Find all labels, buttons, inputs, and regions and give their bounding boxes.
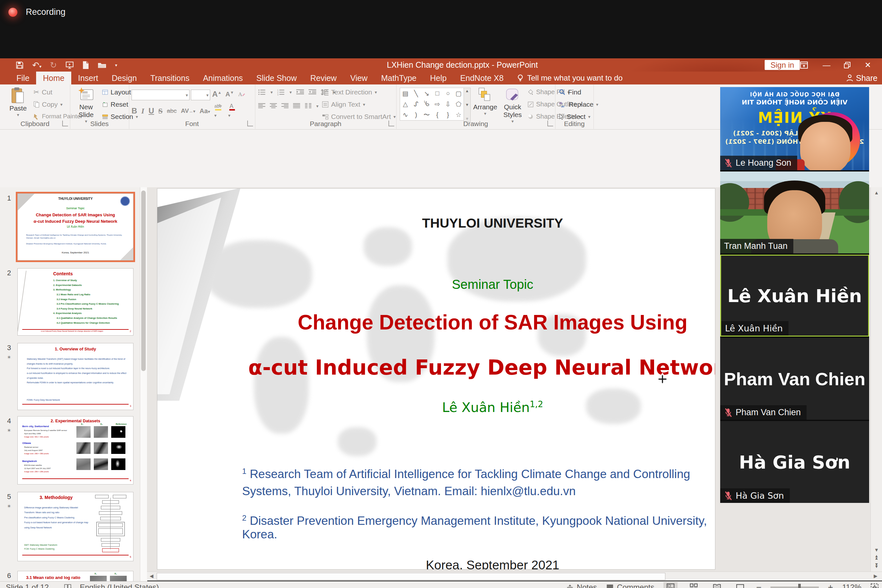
drawing-dialog-launcher[interactable] xyxy=(548,121,553,126)
current-slide[interactable]: THUYLOI UNIVERSITY Seminar Topic Change … xyxy=(157,188,716,570)
align-left-icon[interactable] xyxy=(258,103,265,109)
fit-slide-button[interactable] xyxy=(870,583,879,588)
thumbnail-scrollbar[interactable] xyxy=(140,187,147,581)
vertical-scrollbar[interactable]: ▲ ▼ ▲▲ ▼▼ xyxy=(870,187,882,572)
horizontal-scrollbar[interactable]: ◀ ▶ xyxy=(147,572,882,580)
align-center-icon[interactable] xyxy=(270,103,277,109)
scroll-up-icon[interactable]: ▲ xyxy=(872,189,881,196)
share-button[interactable]: Share xyxy=(846,72,878,84)
tab-review[interactable]: Review xyxy=(303,72,344,84)
tab-home[interactable]: Home xyxy=(36,72,71,84)
tab-help[interactable]: Help xyxy=(423,72,453,84)
tab-slide-show[interactable]: Slide Show xyxy=(249,72,303,84)
strikethrough-button[interactable]: S xyxy=(158,107,162,116)
paragraph-dialog-launcher[interactable] xyxy=(388,121,394,126)
align-right-icon[interactable] xyxy=(281,103,288,109)
copy-button[interactable]: Copy▾ xyxy=(33,100,63,108)
cut-button[interactable]: ✂Cut xyxy=(33,88,52,96)
close-button[interactable]: ✕ xyxy=(860,58,876,72)
select-button[interactable]: Select▾ xyxy=(559,113,590,121)
columns-icon[interactable] xyxy=(304,103,312,109)
font-name-combobox[interactable]: ▾ xyxy=(132,90,189,100)
restore-button[interactable] xyxy=(840,58,855,72)
find-button[interactable]: Find xyxy=(559,88,581,96)
decrease-indent-icon[interactable] xyxy=(296,89,304,95)
convert-smartart-button[interactable]: Convert to SmartArt▾ xyxy=(322,113,396,121)
tab-animations[interactable]: Animations xyxy=(196,72,250,84)
reset-button[interactable]: Reset xyxy=(102,100,128,108)
open-folder-icon[interactable] xyxy=(98,61,107,69)
horizontal-scroll-thumb[interactable] xyxy=(157,573,665,580)
new-file-icon[interactable] xyxy=(82,61,89,69)
participant-tile-tran-manh-tuan[interactable]: Tran Manh Tuan xyxy=(720,171,869,254)
zoom-out-button[interactable]: − xyxy=(756,582,761,588)
align-text-button[interactable]: Align Text▾ xyxy=(322,100,365,108)
save-icon[interactable] xyxy=(15,61,24,69)
scroll-down-icon[interactable]: ▼ xyxy=(872,546,881,554)
customize-qat-icon[interactable]: ▾ xyxy=(115,63,117,68)
character-spacing-button[interactable]: AV↔▾ xyxy=(181,107,195,114)
next-slide-button[interactable]: ▼▼ xyxy=(872,563,881,568)
highlight-color-button[interactable]: ab▾ xyxy=(214,103,224,118)
shrink-font-button[interactable]: A▼ xyxy=(225,90,234,98)
tab-mathtype[interactable]: MathType xyxy=(374,72,423,84)
undo-icon[interactable]: ↶▾ xyxy=(32,61,42,69)
change-case-button[interactable]: Aa▾ xyxy=(200,107,210,115)
numbering-icon[interactable]: 123 xyxy=(277,89,285,95)
normal-view-button[interactable] xyxy=(663,582,678,588)
start-slideshow-icon[interactable] xyxy=(66,61,74,69)
font-color-button[interactable]: A▾ xyxy=(228,103,236,118)
font-dialog-launcher[interactable] xyxy=(247,121,253,126)
tell-me-box[interactable]: Tell me what you want to do xyxy=(517,72,622,84)
slide-author[interactable]: Lê Xuân Hiền1,2 xyxy=(214,399,716,415)
slide-thumbnail-6[interactable]: 3.1 Mean ratio and log ratio X₁, X₂ are … xyxy=(17,571,134,581)
shapes-gallery-scroll[interactable]: ▲▼▿ xyxy=(464,88,471,122)
new-slide-button[interactable]: New Slide▾ xyxy=(73,87,99,124)
reading-view-button[interactable] xyxy=(710,582,724,588)
zoom-in-button[interactable]: + xyxy=(828,582,833,588)
slide-affiliation-2[interactable]: 2 Disaster Prevention Emergency Manageme… xyxy=(242,513,716,541)
quick-styles-button[interactable]: Quick Styles▾ xyxy=(499,87,526,124)
bold-button[interactable]: B xyxy=(132,106,137,116)
slide-date-line[interactable]: Korea, September 2021 xyxy=(214,558,716,570)
slideshow-view-button[interactable] xyxy=(733,582,747,588)
zoom-slider-thumb[interactable] xyxy=(798,584,801,588)
comments-toggle[interactable]: Comments xyxy=(606,583,654,588)
double-strikethrough-button[interactable]: abc xyxy=(166,107,177,114)
bullets-icon[interactable] xyxy=(258,89,266,95)
replace-button[interactable]: abacReplace▾ xyxy=(559,100,598,108)
slide-seminar-topic[interactable]: Seminar Topic xyxy=(214,277,716,292)
participant-tile-ha-gia-son[interactable]: Hà Gia Sơn Hà Gia Sơn xyxy=(720,421,869,503)
slide-thumbnail-4[interactable]: 2. Experimental Datasets Bern city, Swit… xyxy=(17,416,134,484)
slide-thumbnail-5[interactable]: 3. Methodology Difference image generati… xyxy=(17,492,134,561)
sign-in-button[interactable]: Sign in xyxy=(765,60,800,70)
zoom-slider[interactable] xyxy=(771,587,819,588)
tab-file[interactable]: File xyxy=(10,72,36,84)
previous-slide-button[interactable]: ▲▲ xyxy=(872,555,881,559)
tab-endnote[interactable]: EndNote X8 xyxy=(453,72,510,84)
participant-tile-le-xuan-hien[interactable]: Lê Xuân Hiền Lê Xuân Hiền xyxy=(720,255,869,336)
tab-view[interactable]: View xyxy=(344,72,374,84)
underline-button[interactable]: U xyxy=(148,106,154,116)
tab-insert[interactable]: Insert xyxy=(71,72,105,84)
scroll-left-icon[interactable]: ◀ xyxy=(148,573,155,579)
slide-thumbnail-1[interactable]: THUYLOI UNIVERSITY Seminar Topic Change … xyxy=(17,194,134,261)
grow-font-button[interactable]: A▲ xyxy=(212,90,222,99)
slide-affiliation-1[interactable]: 1 Research Team of Artificial Intelligen… xyxy=(242,465,716,500)
notes-toggle[interactable]: Notes xyxy=(566,583,597,588)
participant-tile-le-hoang-son[interactable]: ĐẠI HỌC QUỐC GIA HÀ NỘI VIỆN CÔNG NGHỆ T… xyxy=(720,87,869,170)
tab-transitions[interactable]: Transitions xyxy=(144,72,196,84)
slide-title-line2[interactable]: α-cut Induced Fuzzy Deep Neural Network xyxy=(214,356,716,380)
tab-design[interactable]: Design xyxy=(105,72,144,84)
slide-university-heading[interactable]: THUYLOI UNIVERSITY xyxy=(214,216,716,231)
slide-thumbnail-2[interactable]: Contents 1. Overview of Study 2. Experim… xyxy=(17,268,134,336)
text-direction-button[interactable]: AText Direction▾ xyxy=(322,88,377,96)
spellcheck-icon[interactable] xyxy=(63,583,72,588)
minimize-button[interactable]: — xyxy=(819,58,834,72)
slide-thumbnail-3[interactable]: 1. Overview of Study Stationary Wavelet … xyxy=(17,343,134,410)
increase-indent-icon[interactable] xyxy=(309,89,316,95)
zoom-level[interactable]: 112% xyxy=(842,583,861,588)
justify-icon[interactable] xyxy=(293,103,300,109)
ribbon-display-options-icon[interactable] xyxy=(796,58,812,72)
participant-tile-pham-van-chien[interactable]: Pham Van Chien Pham Van Chien xyxy=(720,338,869,420)
